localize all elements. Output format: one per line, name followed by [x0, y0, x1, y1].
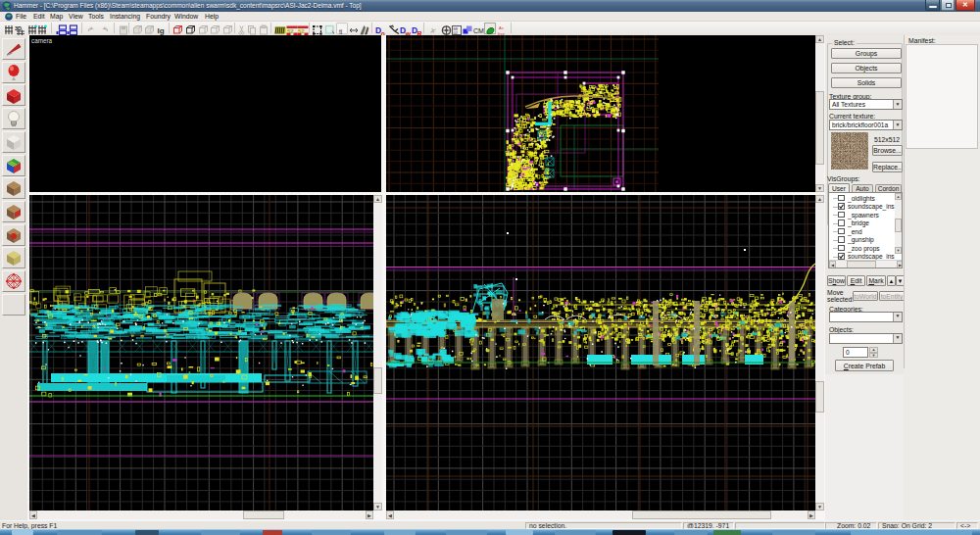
svg-text:CM: CM: [473, 27, 484, 34]
svg-text:52: 52: [298, 28, 305, 34]
svg-text:tl: tl: [339, 28, 343, 35]
svg-text:Ig: Ig: [158, 26, 165, 35]
svg-text:As: As: [499, 25, 504, 30]
svg-text:52: 52: [287, 28, 294, 34]
svg-text:3D: 3D: [15, 25, 22, 31]
